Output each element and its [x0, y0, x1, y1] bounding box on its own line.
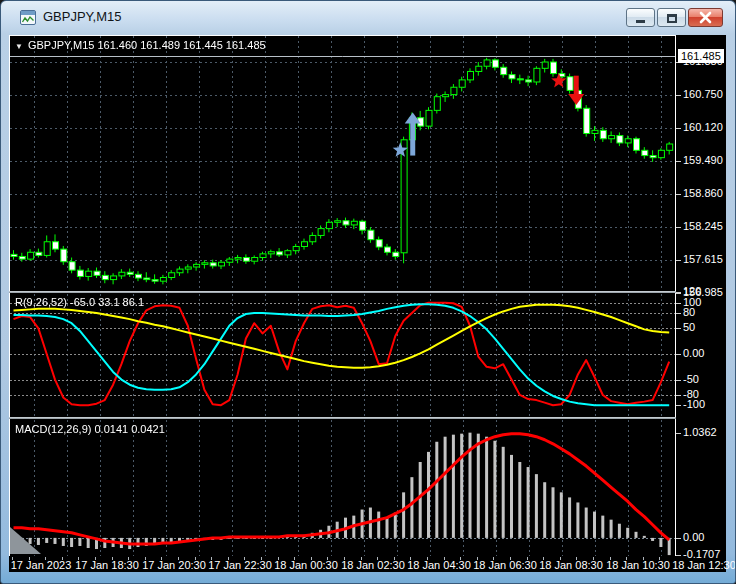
chart-window: GBPJPY,M15 ▼GBPJPY,M15 161.460 161.489 1… — [0, 0, 736, 584]
axis-tick — [676, 227, 681, 228]
macd-header-text: MACD(12,26,9) 0.0141 0.0421 — [15, 423, 165, 435]
time-axis-label: 18 Jan 00:30 — [274, 559, 338, 571]
main-header-text: GBPJPY,M15 161.460 161.489 161.445 161.4… — [28, 39, 266, 51]
oscillator-axis-label: -100 — [683, 398, 705, 410]
axis-tick — [676, 380, 681, 381]
time-axis-label: 18 Jan 12:30 — [672, 559, 736, 571]
time-axis-label: 17 Jan 18:30 — [75, 559, 139, 571]
axis-tick — [676, 161, 681, 162]
oscillator-axis-label: -50 — [683, 373, 699, 385]
price-axis-label: 160.120 — [683, 121, 723, 133]
axis-tick — [676, 128, 681, 129]
axis-tick — [676, 260, 681, 261]
axis-tick — [676, 538, 681, 539]
maximize-button[interactable] — [657, 8, 686, 27]
time-axis-label: 18 Jan 02:30 — [341, 559, 405, 571]
axis-tick — [676, 292, 681, 293]
title-bar[interactable]: GBPJPY,M15 — [1, 1, 736, 34]
chart-client-area: ▼GBPJPY,M15 161.460 161.489 161.445 161.… — [9, 35, 726, 572]
pane-separator[interactable] — [9, 417, 676, 419]
price-axis-label: 157.615 — [683, 253, 723, 265]
oscillator-pane[interactable] — [10, 294, 675, 417]
minimize-button[interactable] — [626, 8, 655, 27]
oscillator-axis-label: 80 — [683, 306, 695, 318]
time-axis-label: 18 Jan 10:30 — [606, 559, 670, 571]
axis-tick — [676, 395, 681, 396]
price-axis-label: 158.860 — [683, 187, 723, 199]
time-axis-label: 18 Jan 08:30 — [539, 559, 603, 571]
restore-icon — [667, 14, 677, 23]
axis-tick — [676, 293, 681, 294]
time-axis-label: 18 Jan 06:30 — [473, 559, 537, 571]
time-axis-label: 17 Jan 2023 — [11, 559, 72, 571]
price-axis: 161.485 161.380160.750160.120159.490158.… — [676, 35, 726, 572]
close-button[interactable] — [688, 8, 723, 27]
macd-pane[interactable] — [10, 420, 675, 556]
axis-tick — [676, 555, 681, 556]
axis-tick — [676, 313, 681, 314]
axis-tick — [676, 194, 681, 195]
window-title: GBPJPY,M15 — [43, 9, 122, 24]
oscillator-header-text: R(9,26,52) -65.0 33.1 86.1 — [15, 296, 144, 308]
axis-tick — [676, 303, 681, 304]
axis-tick — [676, 328, 681, 329]
time-axis: 17 Jan 202317 Jan 18:3017 Jan 20:3017 Ja… — [9, 557, 726, 572]
main-price-chart[interactable] — [10, 36, 675, 292]
time-axis-label: 17 Jan 20:30 — [142, 559, 206, 571]
close-icon — [689, 9, 722, 26]
main-pane-header: ▼GBPJPY,M15 161.460 161.489 161.445 161.… — [15, 39, 266, 51]
oscillator-axis-label: 0.00 — [683, 347, 704, 359]
macd-axis-label: 1.0362 — [683, 426, 717, 438]
collapse-triangle-icon[interactable]: ▼ — [15, 42, 23, 51]
pane-separator[interactable] — [9, 291, 676, 293]
price-axis-label: 159.490 — [683, 154, 723, 166]
time-axis-label: 17 Jan 22:30 — [208, 559, 272, 571]
time-axis-label: 18 Jan 04:30 — [407, 559, 471, 571]
chart-window-icon — [20, 10, 36, 25]
minimize-icon — [636, 20, 645, 23]
price-axis-label: 160.750 — [683, 88, 723, 100]
axis-tick — [676, 95, 681, 96]
price-axis-label: 158.245 — [683, 220, 723, 232]
macd-pane-header: MACD(12,26,9) 0.0141 0.0421 — [15, 423, 165, 435]
macd-axis-label: 0.00 — [683, 531, 704, 543]
oscillator-pane-header: R(9,26,52) -65.0 33.1 86.1 — [15, 296, 144, 308]
oscillator-axis-label: 50 — [683, 321, 695, 333]
axis-tick — [676, 433, 681, 434]
axis-tick — [676, 405, 681, 406]
current-price-label: 161.485 — [678, 49, 724, 63]
axis-tick — [676, 354, 681, 355]
